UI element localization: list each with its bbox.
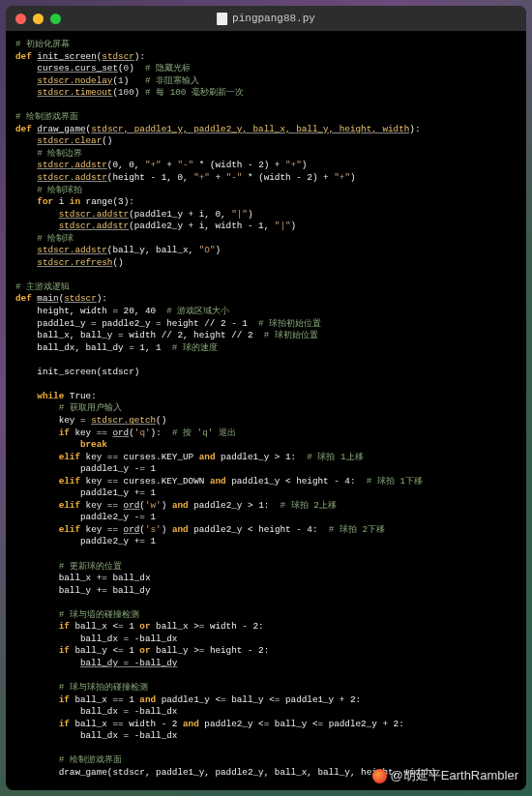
expr: paddle2_y <= ball_y <= paddle2_y + 2:: [199, 719, 404, 729]
comment: # 更新球的位置: [59, 561, 122, 572]
comment: # 球与墙的碰撞检测: [59, 609, 139, 620]
call: stdscr.addstr: [59, 221, 130, 231]
close-button[interactable]: [15, 14, 26, 24]
keyword-for: for: [37, 196, 53, 207]
expr: * (width - 2) +: [193, 160, 285, 170]
file-icon: [217, 13, 227, 25]
expr: key ==: [80, 500, 124, 511]
comment: # 球拍初始位置: [258, 318, 321, 329]
str: "-": [177, 160, 193, 170]
minimize-button[interactable]: [33, 14, 44, 24]
expr: paddle1_y < height - 4:: [226, 476, 356, 486]
str: "+": [145, 160, 162, 170]
expr: paddle2_y < height - 4:: [189, 524, 318, 535]
keyword-elif: elif: [59, 476, 80, 486]
expr: range(3):: [80, 196, 134, 207]
call: stdscr.nodelay: [37, 75, 112, 86]
code-editor[interactable]: # 初始化屏幕 def init_screen(stdscr): curses.…: [6, 31, 526, 790]
comment: # 主游戏逻辑: [15, 281, 70, 292]
watermark: @胡延平EarthRambler: [372, 767, 518, 784]
watermark-text: @胡延平EarthRambler: [391, 767, 518, 784]
weibo-icon: [372, 769, 387, 783]
stmt: ball_dx, ball_dy = 1, 1: [37, 342, 161, 353]
expr: ball_x >= width - 2:: [151, 621, 264, 632]
call: stdscr.addstr: [37, 245, 107, 255]
stmt: ball_dy = -ball_dy: [80, 658, 177, 668]
keyword-break: break: [80, 439, 107, 450]
expr: paddle1_y > 1:: [215, 452, 296, 462]
expr: ball_y >= height - 2:: [151, 645, 270, 656]
str: "+": [285, 160, 302, 170]
keyword-in: in: [70, 196, 80, 207]
stmt: paddle1_y -= 1: [80, 463, 156, 474]
call: stdscr.addstr: [59, 209, 130, 220]
expr: key ==: [80, 524, 124, 535]
keyword-if: if: [59, 694, 70, 705]
var: i: [53, 196, 70, 207]
args: ball_y, ball_x,: [112, 245, 198, 255]
params: stdscr, paddle1_y, paddle2_y, ball_x, ba…: [91, 124, 409, 134]
stmt: ball_x, ball_y = width // 2, height // 2: [37, 330, 252, 340]
keyword-elif: elif: [59, 452, 80, 462]
comment: # 球拍 2下移: [329, 524, 385, 535]
comment: # 球初始位置: [264, 330, 318, 340]
comment: # 隐藏光标: [145, 63, 191, 74]
expr: ball_x == 1: [70, 694, 140, 705]
comment: # 游戏区域大小: [166, 306, 229, 316]
stmt: init_screen(stdscr): [37, 367, 139, 377]
keyword-elif: elif: [59, 500, 80, 511]
keyword-def: def: [15, 293, 32, 304]
filename-label: pingpang88.py: [232, 12, 315, 26]
call: stdscr.getch: [91, 415, 156, 426]
op: +: [210, 172, 226, 183]
expr: True:: [64, 391, 96, 401]
keyword-and: and: [183, 719, 199, 729]
comment: # 球拍 1上移: [307, 452, 363, 462]
args: 0, 0,: [112, 160, 144, 170]
args: height - 1, 0,: [112, 172, 193, 183]
call: ord: [124, 500, 140, 511]
expr: * (width - 2) +: [242, 172, 334, 183]
stmt: paddle2_y += 1: [80, 536, 156, 546]
expr: ball_x <= 1: [70, 621, 140, 632]
expr: key == curses.KEY_UP: [80, 452, 199, 462]
stmt: paddle1_y += 1: [80, 487, 156, 498]
str: "|": [275, 221, 291, 231]
comment: # 按 'q' 退出: [172, 427, 236, 438]
keyword-and: and: [172, 500, 189, 511]
comment: # 绘制游戏界面: [15, 111, 78, 122]
call: ord: [112, 427, 129, 438]
comment: # 球拍 1下移: [367, 476, 423, 486]
stmt: ball_y += ball_dy: [59, 585, 151, 596]
traffic-lights: [15, 14, 61, 24]
args: paddle1_y + i, 0,: [134, 209, 231, 220]
keyword-if: if: [59, 621, 70, 632]
keyword-def: def: [15, 51, 32, 62]
keyword-and: and: [172, 524, 189, 535]
str: "+": [334, 172, 350, 183]
editor-window: pingpang88.py # 初始化屏幕 def init_screen(st…: [6, 6, 526, 790]
stmt: paddle2_y -= 1: [80, 512, 156, 522]
maximize-button[interactable]: [50, 14, 61, 24]
call: ord: [124, 524, 140, 535]
num: 100: [118, 87, 134, 98]
expr: paddle1_y <= ball_y <= paddle1_y + 2:: [156, 694, 361, 705]
call: stdscr.clear: [37, 135, 102, 146]
keyword-and: and: [199, 452, 216, 462]
keyword-or: or: [139, 645, 150, 656]
op: +: [162, 160, 178, 170]
num: 1: [118, 75, 124, 86]
stmt: ball_dx = -ball_dx: [80, 706, 177, 717]
expr: ball_y <= 1: [70, 645, 140, 656]
comment: # 球拍 2上移: [280, 500, 336, 511]
expr: ball_x == width - 2: [70, 719, 183, 729]
keyword-while: while: [37, 391, 64, 401]
keyword-elif: elif: [59, 524, 80, 535]
window-title: pingpang88.py: [217, 12, 315, 26]
str: 'w': [145, 500, 162, 511]
str: "|": [231, 209, 248, 220]
call: curses.curs_set: [37, 63, 118, 74]
num: 0: [124, 63, 130, 74]
comment: # 获取用户输入: [59, 402, 122, 413]
function-name: main: [37, 293, 58, 304]
